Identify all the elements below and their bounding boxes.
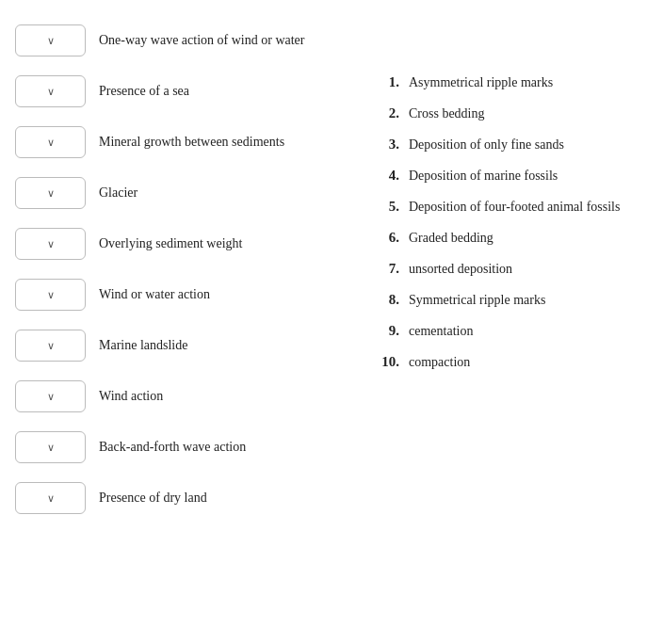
dropdown-8[interactable]: ∨ [15, 380, 86, 412]
list-item-9: 9.cementation [373, 315, 632, 346]
dropdown-1[interactable]: ∨ [15, 24, 86, 56]
left-item-8: ∨Wind action [15, 371, 354, 422]
chevron-down-icon: ∨ [47, 137, 55, 149]
left-item-4: ∨Glacier [15, 168, 354, 218]
list-number-8: 8. [373, 292, 399, 308]
item-label-4: Glacier [99, 184, 137, 202]
chevron-down-icon: ∨ [47, 35, 55, 47]
list-item-6: 6.Graded bedding [373, 222, 632, 253]
item-label-2: Presence of a sea [99, 82, 189, 101]
left-item-2: ∨Presence of a sea [15, 66, 354, 117]
dropdown-5[interactable]: ∨ [15, 228, 86, 260]
left-item-9: ∨Back-and-forth wave action [15, 422, 354, 473]
list-text-3: Deposition of only fine sands [409, 137, 564, 153]
left-item-6: ∨Wind or water action [15, 269, 354, 320]
list-number-5: 5. [373, 199, 399, 215]
list-item-4: 4.Deposition of marine fossils [373, 160, 632, 191]
list-text-2: Cross bedding [409, 106, 485, 121]
item-label-6: Wind or water action [99, 285, 210, 304]
item-label-5: Overlying sediment weight [99, 234, 242, 253]
dropdown-6[interactable]: ∨ [15, 279, 86, 311]
list-text-9: cementation [409, 324, 473, 339]
list-item-8: 8.Symmetrical ripple marks [373, 284, 632, 315]
dropdown-9[interactable]: ∨ [15, 431, 86, 463]
item-label-8: Wind action [99, 387, 163, 406]
list-item-7: 7.unsorted deposition [373, 253, 632, 284]
list-text-6: Graded bedding [409, 231, 493, 246]
dropdown-3[interactable]: ∨ [15, 126, 86, 158]
item-label-7: Marine landslide [99, 336, 187, 355]
item-label-10: Presence of dry land [99, 489, 207, 507]
list-number-7: 7. [373, 261, 399, 277]
left-item-7: ∨Marine landslide [15, 320, 354, 371]
list-number-1: 1. [373, 74, 399, 90]
chevron-down-icon: ∨ [47, 187, 55, 200]
list-number-2: 2. [373, 105, 399, 121]
chevron-down-icon: ∨ [47, 442, 55, 454]
item-label-1: One-way wave action of wind or water [99, 31, 304, 50]
list-item-2: 2.Cross bedding [373, 98, 632, 129]
chevron-down-icon: ∨ [47, 289, 55, 301]
left-column: ∨One-way wave action of wind or water∨Pr… [15, 15, 354, 523]
chevron-down-icon: ∨ [47, 391, 55, 403]
list-text-8: Symmetrical ripple marks [409, 293, 545, 308]
left-item-1: ∨One-way wave action of wind or water [15, 15, 354, 66]
list-number-6: 6. [373, 230, 399, 246]
list-text-5: Deposition of four-footed animal fossils [409, 200, 620, 215]
right-list: 1.Asymmetrical ripple marks2.Cross beddi… [373, 67, 632, 378]
list-item-5: 5.Deposition of four-footed animal fossi… [373, 191, 632, 222]
left-item-5: ∨Overlying sediment weight [15, 218, 354, 269]
chevron-down-icon: ∨ [47, 86, 55, 98]
list-item-10: 10.compaction [373, 346, 632, 378]
main-container: ∨One-way wave action of wind or water∨Pr… [15, 15, 632, 523]
item-label-9: Back-and-forth wave action [99, 438, 246, 457]
chevron-down-icon: ∨ [47, 238, 55, 250]
list-number-10: 10. [373, 354, 399, 370]
right-column: 1.Asymmetrical ripple marks2.Cross beddi… [354, 15, 632, 523]
chevron-down-icon: ∨ [47, 340, 55, 352]
list-text-1: Asymmetrical ripple marks [409, 75, 553, 90]
left-item-3: ∨Mineral growth between sediments [15, 117, 354, 168]
list-text-4: Deposition of marine fossils [409, 169, 558, 184]
list-number-3: 3. [373, 137, 399, 153]
chevron-down-icon: ∨ [47, 492, 55, 505]
dropdown-7[interactable]: ∨ [15, 330, 86, 362]
list-number-9: 9. [373, 323, 399, 339]
list-number-4: 4. [373, 168, 399, 184]
list-text-10: compaction [409, 355, 470, 370]
list-item-3: 3.Deposition of only fine sands [373, 129, 632, 160]
list-item-1: 1.Asymmetrical ripple marks [373, 67, 632, 98]
dropdown-10[interactable]: ∨ [15, 482, 86, 514]
left-item-10: ∨Presence of dry land [15, 473, 354, 523]
list-text-7: unsorted deposition [409, 262, 512, 277]
dropdown-2[interactable]: ∨ [15, 75, 86, 107]
dropdown-4[interactable]: ∨ [15, 177, 86, 209]
item-label-3: Mineral growth between sediments [99, 133, 284, 152]
